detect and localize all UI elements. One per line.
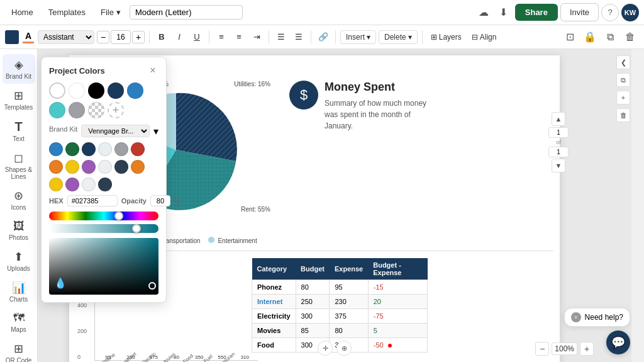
document-title-input[interactable] <box>130 5 243 20</box>
align-center-button[interactable]: ≡ <box>231 30 247 45</box>
delete-icon-button[interactable]: 🗑 <box>621 28 639 46</box>
align-button[interactable]: ⊟ Align <box>468 31 501 43</box>
color-option-outline[interactable] <box>49 82 65 99</box>
sidebar-item-uploads[interactable]: ⬆ Uploads <box>3 246 35 276</box>
resize-button[interactable]: ⊡ <box>561 28 579 46</box>
gradient-handle[interactable] <box>148 282 156 290</box>
scroll-up-button[interactable]: ▲ <box>552 112 565 126</box>
brand-color-navy[interactable] <box>82 142 96 156</box>
font-size-input[interactable] <box>111 30 131 44</box>
sidebar-item-brand-kit[interactable]: ◈ Brand Kit <box>3 54 35 84</box>
collapse-panel-button[interactable]: ❮ <box>616 55 630 69</box>
add-page-button[interactable]: + <box>616 91 630 105</box>
sidebar-item-templates[interactable]: ⊞ Templates <box>3 85 35 115</box>
brand-color-red[interactable] <box>131 142 145 156</box>
indent-button[interactable]: ⇥ <box>249 30 264 45</box>
brand-kit-select[interactable]: Venngage Br... <box>81 125 150 137</box>
cloud-save-button[interactable]: ☁ <box>475 4 492 21</box>
help-close-button[interactable]: × <box>571 312 581 322</box>
invite-button[interactable]: Invite <box>560 3 599 21</box>
brand-color-white2[interactable] <box>98 160 112 174</box>
legend-label-entertainment: Entertainment <box>218 237 257 244</box>
sidebar-item-maps[interactable]: 🗺 Maps <box>3 308 35 337</box>
fill-color-swatch[interactable] <box>5 30 19 44</box>
brand-color-blue[interactable] <box>49 142 63 156</box>
color-gradient-box[interactable]: 💧 <box>49 238 158 295</box>
brand-color-purple[interactable] <box>82 160 96 174</box>
delete-page-button[interactable]: 🗑 <box>616 108 630 122</box>
hex-input[interactable] <box>67 195 118 206</box>
copy-canvas-button[interactable]: ⧉ <box>616 73 630 87</box>
color-option-black[interactable] <box>88 82 104 99</box>
eyedropper-button[interactable]: 💧 <box>54 277 67 290</box>
canvas-bottom-nav: ✛ ⊕ <box>318 341 352 356</box>
hex-label: HEX <box>49 197 64 205</box>
page-current: 1 <box>548 127 569 138</box>
sidebar-label-shapes: Shapes & Lines <box>5 166 33 180</box>
color-add-button[interactable]: + <box>108 102 124 118</box>
color-option-navy[interactable] <box>108 82 124 99</box>
insert-button[interactable]: Insert▾ <box>340 30 376 44</box>
color-picker-popup: Project Colors × + Brand Kit Venngage Br… <box>41 57 167 303</box>
list-bullet-button[interactable]: ☰ <box>274 30 289 45</box>
spectrum-handle[interactable] <box>114 212 123 220</box>
zoom-out-button[interactable]: − <box>535 342 549 356</box>
lock-button[interactable]: 🔒 <box>581 28 599 46</box>
color-option-gray[interactable] <box>69 102 85 118</box>
nav-file[interactable]: File ▾ <box>94 5 127 20</box>
sidebar-item-text[interactable]: T Text <box>3 116 35 146</box>
link-button[interactable]: 🔗 <box>316 30 331 45</box>
brand-color-lightblue[interactable] <box>98 142 112 156</box>
help-button[interactable]: ? <box>601 4 619 21</box>
color-spectrum-slider[interactable] <box>49 212 158 220</box>
scroll-down-button[interactable]: ▼ <box>552 159 565 173</box>
font-size-increase[interactable]: + <box>132 31 145 43</box>
list-number-button[interactable]: ☰ <box>291 30 306 45</box>
layers-button[interactable]: ⊞ Layers <box>427 31 465 43</box>
text-color-button[interactable]: A <box>21 31 35 43</box>
brand-color-yellow[interactable] <box>65 160 79 174</box>
sidebar-item-icons[interactable]: ⊛ Icons <box>3 185 35 215</box>
nav-templates[interactable]: Templates <box>42 5 92 20</box>
brand-color-purple2[interactable] <box>65 178 79 191</box>
toolbar-divider-4 <box>311 30 311 44</box>
bold-button[interactable]: B <box>154 30 169 45</box>
brand-color-orange2[interactable] <box>49 160 63 174</box>
color-option-blue[interactable] <box>127 82 143 99</box>
font-size-control: − + <box>97 30 145 44</box>
download-button[interactable]: ⬇ <box>495 4 513 21</box>
underline-button[interactable]: U <box>189 30 204 45</box>
user-avatar[interactable]: KW <box>621 4 639 21</box>
opacity-input[interactable] <box>150 195 170 206</box>
font-family-select[interactable]: Assistant <box>38 30 94 44</box>
brand-color-gray[interactable] <box>114 142 128 156</box>
chat-button[interactable]: 💬 <box>606 331 630 354</box>
share-button[interactable]: Share <box>515 4 558 21</box>
popup-close-button[interactable]: × <box>147 65 158 76</box>
canvas-nav-page[interactable]: ⊕ <box>336 341 352 356</box>
color-option-white[interactable] <box>69 82 85 99</box>
brand-color-darkgray[interactable] <box>114 160 128 174</box>
color-option-teal[interactable] <box>49 102 65 118</box>
color-option-checker[interactable] <box>88 102 104 118</box>
nav-home[interactable]: Home <box>5 5 40 20</box>
pie-hatch-rent <box>176 93 237 161</box>
italic-button[interactable]: I <box>172 30 187 45</box>
align-left-button[interactable]: ≡ <box>214 30 229 45</box>
money-description: Summary of how much money was spent in t… <box>325 98 440 132</box>
delete-button[interactable]: Delete▾ <box>379 30 418 44</box>
brand-color-green[interactable] <box>65 142 79 156</box>
brand-color-slate[interactable] <box>98 178 112 191</box>
opacity-handle[interactable] <box>132 224 141 233</box>
brand-color-silver[interactable] <box>82 178 96 191</box>
duplicate-button[interactable]: ⧉ <box>601 28 619 46</box>
brand-color-orange3[interactable] <box>131 160 145 174</box>
opacity-bar-slider[interactable] <box>49 224 158 233</box>
brand-color-yellow2[interactable] <box>49 178 63 191</box>
sidebar-item-charts[interactable]: 📊 Charts <box>3 277 35 307</box>
font-size-decrease[interactable]: − <box>97 31 109 43</box>
canvas-nav-move[interactable]: ✛ <box>318 341 333 356</box>
sidebar-item-photos[interactable]: 🖼 Photos <box>3 216 35 245</box>
sidebar-item-qr[interactable]: ⊞ QR Code <box>3 338 35 362</box>
sidebar-item-shapes[interactable]: ◻ Shapes & Lines <box>3 147 35 184</box>
